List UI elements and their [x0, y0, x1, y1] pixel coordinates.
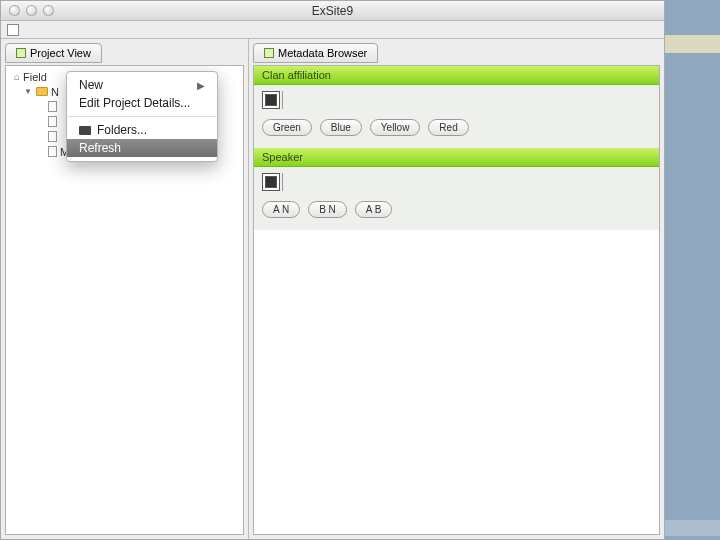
presentation-backdrop	[665, 0, 720, 540]
section-body-speaker: A N B N A B	[254, 167, 659, 230]
main-content: Project View ⌂ Field ▼ N	[1, 39, 664, 539]
tab-project-view[interactable]: Project View	[5, 43, 102, 63]
section-header-speaker: Speaker	[254, 148, 659, 167]
tag-pill[interactable]: Green	[262, 119, 312, 136]
metadata-section: Clan affiliation Green Blue Yellow Red	[254, 66, 659, 148]
menu-separator	[68, 116, 216, 117]
file-icon	[48, 116, 57, 127]
tree-folder-label: N	[51, 86, 59, 98]
tag-pill[interactable]: Yellow	[370, 119, 421, 136]
folder-icon	[36, 87, 48, 96]
window-titlebar: ExSite9	[1, 1, 664, 21]
section-body-clan: Green Blue Yellow Red	[254, 85, 659, 148]
file-icon	[48, 101, 57, 112]
left-tab-row: Project View	[5, 43, 244, 65]
tab-project-view-icon	[16, 48, 26, 58]
tree-root-label: Field	[23, 71, 47, 83]
metadata-browser-pane: Metadata Browser Clan affiliation Green …	[249, 39, 664, 539]
menu-item-refresh-label: Refresh	[79, 141, 121, 155]
tag-pill[interactable]: B N	[308, 201, 347, 218]
tag-caret-divider	[282, 91, 283, 109]
submenu-arrow-icon: ▶	[197, 80, 205, 91]
tag-row: A N B N A B	[262, 201, 651, 218]
application-window: ExSite9 Project View ⌂ Field ▼	[0, 0, 665, 540]
project-view-pane: Project View ⌂ Field ▼ N	[1, 39, 249, 539]
file-icon	[48, 131, 57, 142]
toolbar	[1, 21, 664, 39]
menu-item-folders[interactable]: Folders...	[67, 121, 217, 139]
menu-item-new[interactable]: New ▶	[67, 76, 217, 94]
metadata-section: Speaker A N B N A B	[254, 148, 659, 230]
tab-metadata-browser-label: Metadata Browser	[278, 47, 367, 59]
backdrop-strip	[665, 35, 720, 53]
tag-stack-icon	[262, 91, 280, 109]
section-header-clan: Clan affiliation	[254, 66, 659, 85]
metadata-body: Clan affiliation Green Blue Yellow Red	[253, 65, 660, 535]
menu-item-refresh[interactable]: Refresh	[67, 139, 217, 157]
home-icon: ⌂	[14, 71, 20, 82]
menu-item-new-label: New	[79, 78, 103, 92]
tag-caret-divider	[282, 173, 283, 191]
tag-pill[interactable]: Red	[428, 119, 468, 136]
tag-pill[interactable]: Blue	[320, 119, 362, 136]
disclosure-icon[interactable]: ▼	[24, 87, 33, 96]
toolbar-button[interactable]	[7, 24, 19, 36]
tag-stack-icon	[262, 173, 280, 191]
file-icon	[48, 146, 57, 157]
tag-drop-bar[interactable]	[262, 173, 651, 191]
tab-metadata-browser-icon	[264, 48, 274, 58]
tab-project-view-label: Project View	[30, 47, 91, 59]
tab-metadata-browser[interactable]: Metadata Browser	[253, 43, 378, 63]
right-tab-row: Metadata Browser	[253, 43, 660, 65]
tag-pill[interactable]: A N	[262, 201, 300, 218]
tag-pill[interactable]: A B	[355, 201, 393, 218]
tag-row: Green Blue Yellow Red	[262, 119, 651, 136]
project-tree-body: ⌂ Field ▼ N	[5, 65, 244, 535]
window-title: ExSite9	[1, 4, 664, 18]
menu-item-edit-details-label: Edit Project Details...	[79, 96, 190, 110]
menu-item-folders-label: Folders...	[97, 123, 147, 137]
tag-drop-bar[interactable]	[262, 91, 651, 109]
context-menu: New ▶ Edit Project Details... Folders...	[66, 71, 218, 162]
menu-item-edit-details[interactable]: Edit Project Details...	[67, 94, 217, 112]
backdrop-strip-bottom	[665, 520, 720, 536]
folder-icon	[79, 126, 91, 135]
